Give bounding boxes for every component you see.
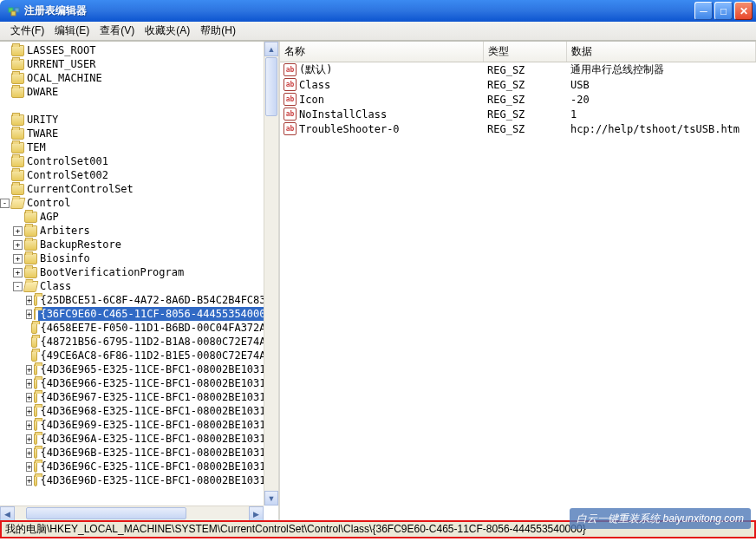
- expand-icon[interactable]: +: [13, 240, 23, 250]
- tree-item[interactable]: +{4D36E967-E325-11CE-BFC1-08002BE10318}: [0, 390, 278, 404]
- expand-icon[interactable]: +: [26, 462, 32, 472]
- folder-icon: [34, 447, 37, 459]
- tree-item[interactable]: +BootVerificationProgram: [0, 265, 278, 279]
- value-type: REG_SZ: [487, 64, 525, 76]
- expand-icon[interactable]: +: [26, 421, 32, 430]
- value-row[interactable]: abIconREG_SZ-20: [280, 92, 756, 107]
- folder-icon: [34, 475, 37, 486]
- tree-item[interactable]: +Biosinfo: [0, 251, 278, 265]
- menubar: 文件(F) 编辑(E) 查看(V) 收藏夹(A) 帮助(H): [0, 22, 756, 41]
- expand-icon[interactable]: +: [13, 226, 23, 236]
- tree-item[interactable]: {4658EE7E-F050-11D1-B6BD-00C04FA372A7}: [0, 321, 278, 335]
- folder-icon: [34, 461, 37, 473]
- tree-item-label: {4D36E969-E325-11CE-BFC1-08002BE10318}: [40, 418, 278, 432]
- tree-item[interactable]: +Arbiters: [0, 224, 278, 238]
- tree-item[interactable]: -Control: [0, 196, 278, 210]
- value-name: (默认): [299, 62, 332, 77]
- tree-item[interactable]: URRENT_USER: [0, 57, 278, 71]
- tree-item[interactable]: +{4D36E96D-E325-11CE-BFC1-08002BE10318}: [0, 473, 278, 487]
- value-name: Class: [299, 79, 330, 91]
- folder-icon: [24, 239, 37, 251]
- tree-item-label: BackupRestore: [40, 238, 121, 251]
- maximize-button[interactable]: □: [714, 2, 733, 20]
- value-name: Icon: [299, 94, 324, 106]
- tree-item[interactable]: +{4D36E96A-E325-11CE-BFC1-08002BE10318}: [0, 432, 278, 446]
- tree-item[interactable]: {48721B56-6795-11D2-B1A8-0080C72E74A2}: [0, 335, 278, 349]
- tree-item[interactable]: +{4D36E96B-E325-11CE-BFC1-08002BE10318}: [0, 446, 278, 460]
- body-area: LASSES_ROOTURRENT_USEROCAL_MACHINEDWAREU…: [0, 41, 756, 520]
- tree-item-label: Biosinfo: [40, 251, 90, 265]
- expand-icon[interactable]: +: [13, 254, 23, 264]
- expand-icon[interactable]: +: [26, 448, 32, 458]
- menu-edit[interactable]: 编辑(E): [49, 22, 94, 40]
- watermark: 白云一键重装系统 baiyunxitong.com: [570, 508, 751, 529]
- tree-item[interactable]: +{4D36E968-E325-11CE-BFC1-08002BE10318}: [0, 404, 278, 418]
- tree-item[interactable]: LASSES_ROOT: [0, 43, 278, 57]
- value-data: hcp://help/tshoot/tsUSB.htm: [570, 123, 740, 135]
- column-data[interactable]: 数据: [567, 42, 756, 62]
- tree-item-label: TWARE: [27, 127, 58, 140]
- expand-icon[interactable]: +: [26, 365, 32, 375]
- tree-item[interactable]: +{4D36E969-E325-11CE-BFC1-08002BE10318}: [0, 418, 278, 432]
- value-data: 通用串行总线控制器: [570, 63, 664, 75]
- folder-icon: [11, 87, 24, 98]
- tree-item[interactable]: OCAL_MACHINE: [0, 71, 278, 85]
- folder-icon: [34, 295, 37, 306]
- value-row[interactable]: ab(默认)REG_SZ通用串行总线控制器: [280, 62, 756, 77]
- column-name[interactable]: 名称: [280, 42, 484, 62]
- tree-pane[interactable]: LASSES_ROOTURRENT_USEROCAL_MACHINEDWAREU…: [0, 42, 280, 520]
- tree-item[interactable]: CurrentControlSet: [0, 182, 278, 196]
- tree-item[interactable]: -Class: [0, 279, 278, 293]
- value-row[interactable]: abClassREG_SZUSB: [280, 77, 756, 92]
- tree-item-label: Class: [40, 279, 71, 293]
- tree-scrollbar-horizontal[interactable]: ◀▶: [0, 506, 264, 520]
- tree-item[interactable]: [0, 99, 278, 113]
- tree-item[interactable]: DWARE: [0, 85, 278, 99]
- close-button[interactable]: ✕: [734, 2, 753, 20]
- expand-icon[interactable]: +: [13, 268, 23, 277]
- tree-item[interactable]: TWARE: [0, 127, 278, 140]
- menu-fav[interactable]: 收藏夹(A): [140, 22, 195, 40]
- menu-file[interactable]: 文件(F): [5, 22, 49, 40]
- folder-icon: [11, 170, 24, 181]
- tree-item-label: {4D36E96D-E325-11CE-BFC1-08002BE10318}: [40, 473, 278, 487]
- tree-item[interactable]: AGP: [0, 210, 278, 224]
- list-pane[interactable]: 名称 类型 数据 ab(默认)REG_SZ通用串行总线控制器abClassREG…: [280, 42, 756, 520]
- tree-item-label: {48721B56-6795-11D2-B1A8-0080C72E74A2}: [40, 335, 278, 349]
- tree-item-label: BootVerificationProgram: [40, 265, 184, 279]
- menu-view[interactable]: 查看(V): [94, 22, 140, 40]
- value-row[interactable]: abNoInstallClassREG_SZ1: [280, 107, 756, 121]
- tree-item[interactable]: TEM: [0, 140, 278, 154]
- menu-help[interactable]: 帮助(H): [195, 22, 241, 40]
- value-row[interactable]: abTroubleShooter-0REG_SZhcp://help/tshoo…: [280, 121, 756, 136]
- string-value-icon: ab: [284, 63, 297, 76]
- tree-item[interactable]: +{25DBCE51-6C8F-4A72-8A6D-B54C2B4FC835}: [0, 293, 278, 307]
- tree-item[interactable]: ControlSet001: [0, 154, 278, 168]
- expand-icon[interactable]: +: [26, 476, 32, 486]
- expand-icon[interactable]: +: [26, 434, 32, 444]
- tree-item[interactable]: +{4D36E96C-E325-11CE-BFC1-08002BE10318}: [0, 460, 278, 473]
- minimize-button[interactable]: ─: [694, 2, 713, 20]
- tree-item[interactable]: +{4D36E965-E325-11CE-BFC1-08002BE10318}: [0, 362, 278, 376]
- tree-scrollbar-vertical[interactable]: ▲▼: [264, 42, 278, 506]
- tree-item[interactable]: +BackupRestore: [0, 238, 278, 251]
- tree-item[interactable]: ControlSet002: [0, 168, 278, 182]
- tree-item[interactable]: +{36FC9E60-C465-11CF-8056-444553540000}: [0, 307, 278, 321]
- tree-item-label: {4D36E965-E325-11CE-BFC1-08002BE10318}: [40, 362, 278, 376]
- collapse-icon[interactable]: -: [13, 282, 23, 291]
- expand-icon[interactable]: +: [26, 379, 32, 388]
- app-icon: [7, 4, 21, 18]
- column-type[interactable]: 类型: [484, 42, 567, 62]
- expand-icon[interactable]: +: [26, 393, 32, 402]
- string-value-icon: ab: [284, 78, 297, 91]
- folder-icon: [11, 156, 24, 167]
- collapse-icon[interactable]: -: [0, 199, 10, 208]
- value-type: REG_SZ: [487, 94, 525, 106]
- expand-icon[interactable]: +: [26, 296, 32, 305]
- tree-item[interactable]: +{4D36E966-E325-11CE-BFC1-08002BE10318}: [0, 376, 278, 390]
- tree-item-label: {4658EE7E-F050-11D1-B6BD-00C04FA372A7}: [40, 321, 278, 335]
- tree-item[interactable]: {49CE6AC8-6F86-11D2-B1E5-0080C72E74A2}: [0, 349, 278, 362]
- expand-icon[interactable]: +: [26, 310, 32, 319]
- expand-icon[interactable]: +: [26, 407, 32, 416]
- tree-item[interactable]: URITY: [0, 113, 278, 127]
